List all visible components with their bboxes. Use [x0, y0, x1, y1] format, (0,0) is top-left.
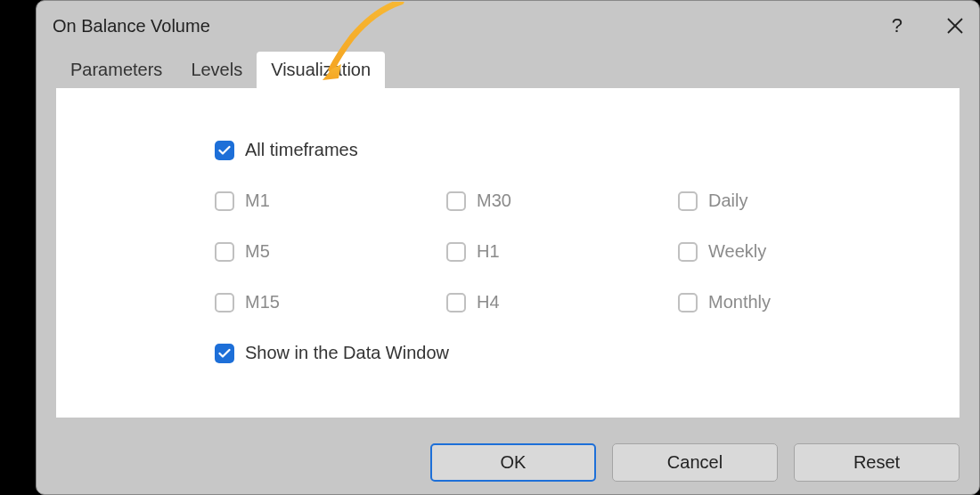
checkbox-label: All timeframes: [245, 140, 358, 160]
cancel-button[interactable]: Cancel: [612, 443, 778, 482]
checkbox-all-timeframes[interactable]: All timeframes: [215, 140, 960, 160]
checkbox-monthly[interactable]: Monthly: [678, 292, 910, 312]
checkbox-m15[interactable]: M15: [215, 292, 446, 312]
checkbox-label: M1: [245, 191, 270, 211]
checkbox-label: Daily: [708, 191, 747, 211]
close-button[interactable]: [947, 18, 963, 34]
help-button[interactable]: ?: [892, 14, 902, 37]
checkbox-box: [215, 242, 234, 262]
checkbox-label: Monthly: [708, 292, 771, 312]
checkbox-m5[interactable]: M5: [215, 241, 446, 262]
close-icon: [947, 18, 963, 34]
checkbox-box: [215, 191, 234, 211]
checkbox-m1[interactable]: M1: [215, 191, 446, 211]
ok-button[interactable]: OK: [430, 443, 596, 482]
checkbox-box: [678, 293, 698, 312]
checkbox-weekly[interactable]: Weekly: [678, 241, 910, 262]
titlebar-actions: ?: [892, 14, 963, 37]
checkbox-label: Weekly: [708, 241, 766, 262]
dialog-buttons: OK Cancel Reset: [430, 443, 960, 482]
checkbox-box: [215, 141, 234, 160]
checkbox-box: [446, 242, 466, 262]
tab-panel-visualization: All timeframes M1 M30 Daily M5 H1: [56, 88, 960, 418]
checkbox-box: [215, 344, 234, 363]
tab-parameters[interactable]: Parameters: [56, 52, 176, 88]
checkbox-label: H4: [477, 292, 500, 312]
checkbox-box: [446, 293, 466, 312]
titlebar: On Balance Volume ?: [37, 1, 979, 51]
dialog-title: On Balance Volume: [53, 16, 892, 37]
check-icon: [218, 348, 231, 359]
checkbox-h1[interactable]: H1: [446, 241, 678, 262]
tabs: Parameters Levels Visualization: [37, 51, 979, 88]
checkbox-box: [446, 191, 466, 211]
checkbox-daily[interactable]: Daily: [678, 191, 910, 211]
checkbox-h4[interactable]: H4: [446, 292, 678, 312]
checkbox-box: [678, 191, 698, 211]
checkbox-box: [215, 293, 234, 312]
checkbox-m30[interactable]: M30: [446, 191, 678, 211]
dialog-window: On Balance Volume ? Parameters Levels Vi…: [36, 0, 980, 495]
checkbox-label: M15: [245, 292, 280, 312]
tab-levels[interactable]: Levels: [176, 52, 257, 88]
reset-button[interactable]: Reset: [794, 443, 960, 482]
checkbox-label: Show in the Data Window: [245, 343, 449, 363]
checkbox-label: M5: [245, 241, 270, 262]
timeframe-grid: M1 M30 Daily M5 H1 Weekly: [215, 191, 960, 312]
checkbox-box: [678, 242, 698, 262]
checkbox-show-data-window[interactable]: Show in the Data Window: [215, 343, 960, 363]
check-icon: [218, 145, 231, 156]
checkbox-label: M30: [477, 191, 511, 211]
tab-visualization[interactable]: Visualization: [257, 52, 385, 88]
checkbox-label: H1: [477, 241, 500, 262]
